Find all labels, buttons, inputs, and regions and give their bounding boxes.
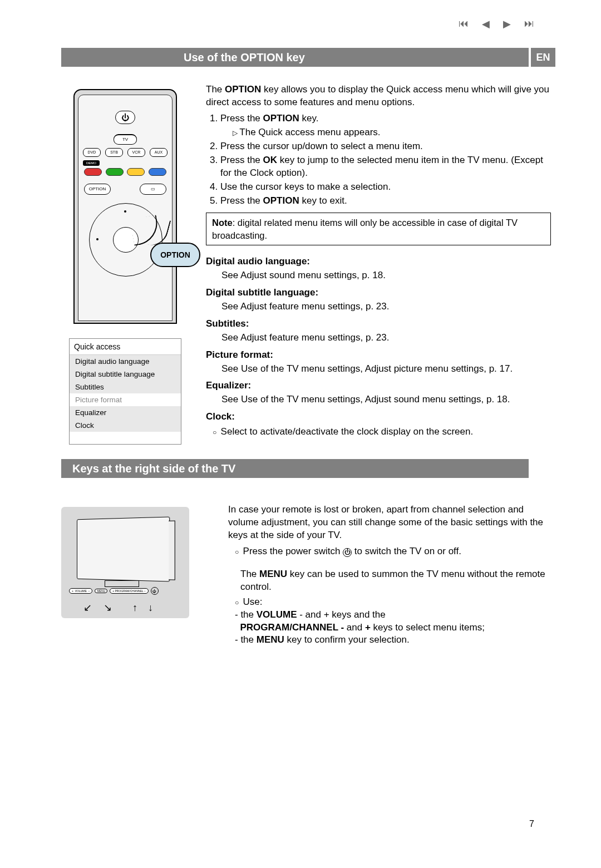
section-title: Keys at the right side of the TV bbox=[72, 462, 235, 475]
def-term: Digital audio language: bbox=[206, 255, 551, 268]
tv-illustration: + VOLUME – MENU + PROGRAM/CHANNEL – ⏻ ↙ … bbox=[61, 507, 189, 618]
section2-body: In case your remote is lost or broken, a… bbox=[206, 504, 551, 649]
quick-access-menu: Quick access Digital audio language Digi… bbox=[69, 338, 181, 445]
src-vcr: VCR bbox=[127, 148, 145, 157]
def-term: Digital subtitle language: bbox=[206, 287, 551, 299]
def-term: Picture format: bbox=[206, 349, 551, 362]
remote-illustration: ⏻ TV DVD STB VCR AUX DEMO OPTION ▭ bbox=[73, 89, 177, 324]
last-page-icon[interactable]: ⏭ bbox=[524, 18, 534, 30]
list-item: Press the power switch ⏻ to switch the T… bbox=[235, 545, 551, 558]
option-button: OPTION bbox=[84, 184, 111, 195]
menu-item-selected: Picture format bbox=[70, 393, 181, 406]
section-heading-option-key: Use of the OPTION key EN bbox=[61, 48, 529, 67]
section-heading-side-keys: Keys at the right side of the TV bbox=[61, 459, 529, 478]
note-box: Note: digital related menu items will on… bbox=[206, 213, 551, 245]
page-number: 7 bbox=[529, 819, 534, 829]
next-page-icon[interactable]: ▶ bbox=[503, 18, 511, 30]
dpad: OPTION bbox=[86, 200, 164, 278]
demo-button: DEMO bbox=[83, 160, 100, 166]
paragraph: The MENU key can be used to summon the T… bbox=[228, 568, 551, 594]
menu-item: Clock bbox=[70, 419, 181, 432]
option-callout: OPTION bbox=[150, 243, 200, 267]
def-body: See Use of the TV menu settings, Adjust … bbox=[206, 393, 551, 406]
src-aux: AUX bbox=[150, 148, 168, 157]
src-dvd: DVD bbox=[83, 148, 101, 157]
steps-list: Press the OPTION key. The Quick access m… bbox=[206, 112, 551, 208]
def-term: Equalizer: bbox=[206, 379, 551, 392]
guide-button-icon: ▭ bbox=[140, 184, 166, 195]
def-body: See Adjust sound menu settings, p. 18. bbox=[206, 269, 551, 282]
def-body: Select to activate/deactivate the clock … bbox=[213, 426, 551, 438]
tv-side-buttons: + VOLUME – MENU + PROGRAM/CHANNEL – ⏻ bbox=[69, 587, 159, 595]
menu-item: Digital subtitle language bbox=[70, 368, 181, 381]
pdf-nav-icons[interactable]: ⏮ ◀ ▶ ⏭ bbox=[459, 18, 534, 30]
def-term: Clock: bbox=[206, 411, 551, 423]
def-body: See Adjust feature menu settings, p. 23. bbox=[206, 332, 551, 344]
step-sub: The Quick access menu appears. bbox=[233, 126, 551, 139]
section-title: Use of the OPTION key bbox=[184, 51, 305, 64]
language-badge: EN bbox=[531, 48, 555, 67]
def-body: See Adjust feature menu settings, p. 23. bbox=[206, 300, 551, 313]
section1-body: The OPTION key allows you to display the… bbox=[206, 83, 551, 445]
intro-paragraph: The OPTION key allows you to display the… bbox=[206, 83, 551, 109]
paragraph: In case your remote is lost or broken, a… bbox=[228, 504, 551, 542]
tv-source-button: TV bbox=[114, 134, 137, 145]
menu-item: Equalizer bbox=[70, 406, 181, 419]
menu-item: Subtitles bbox=[70, 381, 181, 393]
src-stb: STB bbox=[105, 148, 123, 157]
color-buttons bbox=[82, 168, 169, 176]
menu-item: Digital audio language bbox=[70, 355, 181, 368]
power-icon: ⏻ bbox=[151, 587, 159, 595]
prev-page-icon[interactable]: ◀ bbox=[482, 18, 490, 30]
menu-title: Quick access bbox=[70, 339, 181, 355]
list-item: Use: - the VOLUME - and + keys and the P… bbox=[235, 596, 551, 647]
def-term: Subtitles: bbox=[206, 318, 551, 331]
def-body: See Use of the TV menu settings, Adjust … bbox=[206, 363, 551, 376]
power-button-icon: ⏻ bbox=[115, 111, 135, 124]
first-page-icon[interactable]: ⏮ bbox=[459, 18, 469, 30]
